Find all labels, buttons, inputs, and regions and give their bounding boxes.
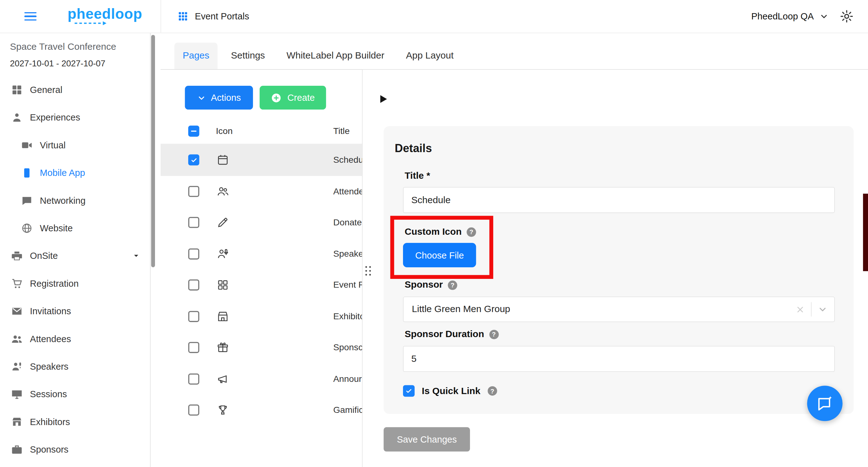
column-header-title: Title [333,126,349,136]
clear-selection-icon[interactable] [795,305,805,314]
row-title: Event F [333,280,363,290]
sidebar-item-label: Attendees [30,333,71,344]
hamburger-menu-icon[interactable] [24,12,37,21]
store-icon [11,416,23,428]
sidebar-item-virtual[interactable]: Virtual [0,131,150,159]
table-row[interactable]: Speake [161,238,362,269]
actions-button[interactable]: Actions [185,86,253,109]
sidebar-item-label: Mobile App [40,167,85,178]
sidebar-item-general[interactable]: General [0,76,150,103]
settings-gear-icon[interactable] [840,9,854,23]
row-checkbox[interactable] [188,311,199,322]
collapse-arrow-icon[interactable] [380,95,387,103]
table-row[interactable]: Exhibito [161,301,362,332]
row-checkbox[interactable] [188,186,199,197]
sidebar-item-experiences[interactable]: Experiences [0,104,150,131]
sidebar-item-label: Sessions [30,389,67,399]
sidebar-item-label: OnSite [30,251,58,261]
sidebar-item-exhibitors[interactable]: Exhibitors [0,408,150,435]
save-changes-button[interactable]: Save Changes [383,427,470,452]
pheedloop-logo[interactable]: pheedloop [68,7,143,26]
grid4-icon [216,279,229,292]
row-title: Speake [333,249,363,259]
table-row[interactable]: Annour [161,363,362,395]
row-checkbox[interactable] [188,217,199,228]
row-title: Schedu [333,155,363,165]
globe-icon [21,222,33,234]
sidebar-item-label: General [30,85,62,95]
row-checkbox[interactable] [188,373,199,385]
logo-swoosh [73,20,110,26]
splitter-drag-handle[interactable] [365,266,372,277]
row-title: Donate [333,218,362,228]
chevron-down-icon [197,93,206,102]
custom-icon-label-text: Custom Icon [405,226,462,237]
row-checkbox[interactable] [188,155,199,166]
custom-icon-field-label: Custom Icon ? [405,226,476,237]
event-title: Space Travel Conference [10,42,143,53]
row-checkbox[interactable] [188,342,199,353]
sponsor-duration-input[interactable] [403,346,835,372]
sidebar-item-label: Networking [40,195,86,206]
sidebar-item-networking[interactable]: Networking [0,187,150,214]
quick-link-checkbox[interactable] [403,385,414,397]
tab-pages[interactable]: Pages [175,42,218,69]
sponsor-duration-field-label: Sponsor Duration ? [405,329,498,340]
chat-icon [21,194,33,206]
choose-file-button[interactable]: Choose File [403,243,476,267]
table-row[interactable]: Schedu [161,144,362,176]
sidebar: Space Travel Conference 2027-10-01 - 202… [0,33,151,467]
actions-button-label: Actions [211,92,241,103]
row-checkbox[interactable] [188,248,199,259]
table-row[interactable]: Event F [161,269,362,301]
account-menu[interactable]: PheedLoop QA [751,11,829,22]
sidebar-item-onsite[interactable]: OnSite [0,242,150,269]
help-icon[interactable]: ? [467,227,476,237]
row-checkbox[interactable] [188,279,199,291]
sidebar-scrollbar[interactable] [151,35,155,267]
row-checkbox[interactable] [188,405,199,416]
sidebar-item-mobile-app[interactable]: Mobile App [0,159,150,186]
mobile-icon [21,167,33,178]
list-toolbar: Actions Create [185,86,362,109]
sidebar-item-sponsors[interactable]: Sponsors [0,435,150,463]
sidebar-item-attendees[interactable]: Attendees [0,325,150,353]
tab-app-layout[interactable]: App Layout [398,42,462,69]
sidebar-item-sessions[interactable]: Sessions [0,380,150,408]
help-icon[interactable]: ? [488,386,497,396]
title-label-text: Title * [405,171,430,181]
tab-settings[interactable]: Settings [223,42,273,69]
tab-whitelabel-app-builder[interactable]: WhiteLabel App Builder [278,42,393,69]
sidebar-item-label: Virtual [40,140,65,150]
store-outline-icon [216,310,229,323]
briefcase-icon [11,443,23,455]
people2-icon [216,185,229,198]
main-area: PagesSettingsWhiteLabel App BuilderApp L… [161,33,868,467]
sidebar-item-registration[interactable]: Registration [0,269,150,297]
sponsor-select[interactable]: Little Green Men Group [403,297,835,322]
table-row[interactable]: Donate [161,207,362,238]
sidebar-item-label: Registration [30,278,79,289]
sidebar-item-label: Sponsors [30,444,68,455]
table-row[interactable]: Sponsc [161,332,362,363]
sidebar-item-label: Website [40,223,73,234]
logo-text: pheedloop [68,7,143,21]
gift-icon [216,341,229,354]
select-all-checkbox[interactable] [188,126,199,136]
create-button[interactable]: Create [259,86,326,109]
table-row[interactable]: Gamific [161,394,362,426]
sidebar-item-invitations[interactable]: Invitations [0,297,150,325]
table-row[interactable]: Attende [161,176,362,207]
monitor-icon [11,388,23,400]
chat-support-button[interactable] [807,386,843,421]
chevron-down-icon[interactable] [131,251,141,261]
sidebar-item-speakers[interactable]: Speakers [0,353,150,380]
help-icon[interactable]: ? [489,330,498,339]
help-icon[interactable]: ? [448,280,457,290]
sidebar-item-website[interactable]: Website [0,214,150,242]
person-mic-icon [216,247,229,260]
title-input[interactable] [403,187,835,213]
chevron-down-icon[interactable] [817,304,828,314]
top-bar-main: Event Portals PheedLoop QA [161,0,868,33]
event-portals-nav[interactable]: Event Portals [178,11,249,22]
